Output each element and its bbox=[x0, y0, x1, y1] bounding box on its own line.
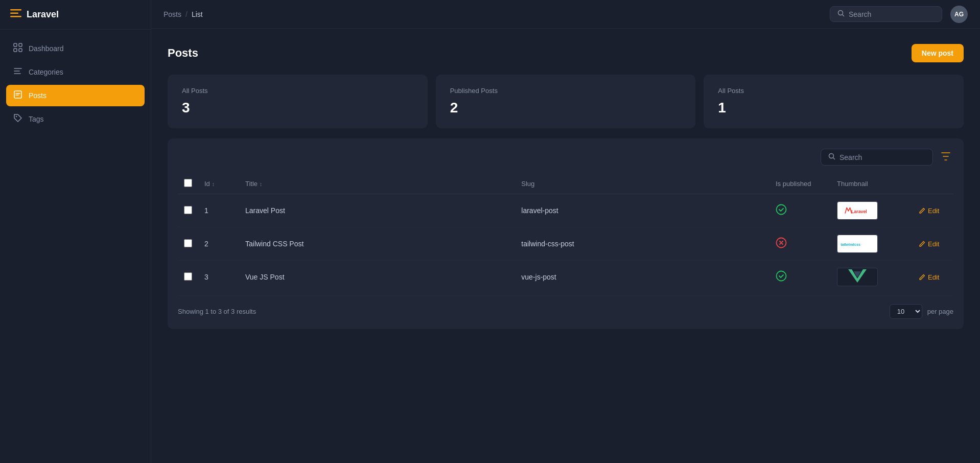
cell-title: Tailwind CSS Post bbox=[239, 227, 515, 261]
sidebar-item-categories[interactable]: Categories bbox=[6, 61, 145, 83]
row-checkbox[interactable] bbox=[184, 272, 192, 281]
stat-label-0: All Posts bbox=[182, 87, 413, 95]
stat-value-2: 1 bbox=[718, 100, 949, 116]
cell-title: Laravel Post bbox=[239, 194, 515, 227]
svg-text:tailwindcss: tailwindcss bbox=[841, 242, 860, 247]
svg-rect-6 bbox=[19, 49, 22, 52]
table-toolbar bbox=[178, 149, 953, 166]
published-no-icon bbox=[776, 240, 787, 250]
content-area: Posts New post All Posts 3 Published Pos… bbox=[151, 29, 980, 463]
svg-rect-3 bbox=[14, 43, 17, 47]
app-name: Laravel bbox=[27, 9, 59, 20]
header-search-box[interactable] bbox=[830, 6, 942, 22]
page-header: Posts New post bbox=[168, 44, 964, 62]
header: Posts / List AG bbox=[151, 0, 980, 29]
cell-thumbnail: Laravel bbox=[831, 194, 913, 227]
cell-slug: tailwind-css-post bbox=[515, 227, 769, 261]
thumbnail-laravel: Laravel bbox=[837, 201, 878, 220]
published-yes-icon bbox=[776, 273, 787, 284]
cell-actions: Edit bbox=[913, 261, 953, 294]
svg-point-8 bbox=[16, 116, 17, 117]
stat-card-all-posts: All Posts 3 bbox=[168, 75, 428, 128]
table-row: 1Laravel Postlaravel-post Laravel Edit bbox=[178, 194, 953, 227]
svg-rect-4 bbox=[14, 49, 17, 52]
col-header-id[interactable]: Id ↕ bbox=[198, 174, 239, 194]
edit-button[interactable]: Edit bbox=[919, 273, 939, 281]
table-row: 3Vue JS Postvue-js-post Edit bbox=[178, 261, 953, 294]
cell-id: 2 bbox=[198, 227, 239, 261]
stat-card-published-posts: Published Posts 2 bbox=[436, 75, 696, 128]
stat-card-all-posts-2: All Posts 1 bbox=[704, 75, 964, 128]
svg-rect-0 bbox=[10, 9, 21, 11]
svg-point-17 bbox=[777, 271, 786, 281]
edit-button[interactable]: Edit bbox=[919, 240, 939, 248]
sidebar-nav: Dashboard Categories Po bbox=[0, 30, 151, 138]
svg-rect-5 bbox=[19, 43, 22, 47]
cell-published bbox=[769, 227, 831, 261]
stat-value-0: 3 bbox=[182, 100, 413, 116]
cell-slug: laravel-post bbox=[515, 194, 769, 227]
cell-thumbnail: tailwindcss bbox=[831, 227, 913, 261]
svg-text:Laravel: Laravel bbox=[851, 209, 867, 214]
posts-icon bbox=[13, 90, 22, 101]
sidebar-item-posts[interactable]: Posts bbox=[6, 85, 145, 106]
tags-icon bbox=[13, 113, 22, 125]
filter-button[interactable] bbox=[938, 149, 953, 166]
table-search-box[interactable] bbox=[821, 149, 933, 166]
main-content: Posts / List AG bbox=[151, 0, 980, 463]
stat-label-2: All Posts bbox=[718, 87, 949, 95]
sidebar-item-dashboard-label: Dashboard bbox=[29, 44, 64, 53]
cell-actions: Edit bbox=[913, 227, 953, 261]
svg-rect-7 bbox=[14, 91, 21, 98]
per-page-dropdown[interactable]: 10 25 50 100 bbox=[890, 304, 922, 319]
new-post-button[interactable]: New post bbox=[912, 44, 964, 62]
table-search-input[interactable] bbox=[839, 153, 925, 161]
cell-title: Vue JS Post bbox=[239, 261, 515, 294]
col-header-thumbnail: Thumbnail bbox=[831, 174, 913, 194]
sidebar: Laravel Dashboard bbox=[0, 0, 151, 463]
stats-row: All Posts 3 Published Posts 2 All Posts … bbox=[168, 75, 964, 128]
table-search-icon bbox=[828, 153, 835, 161]
breadcrumb-current: List bbox=[192, 10, 203, 18]
results-count: Showing 1 to 3 of 3 results bbox=[178, 308, 256, 315]
avatar: AG bbox=[950, 6, 968, 23]
col-header-slug: Slug bbox=[515, 174, 769, 194]
sidebar-item-posts-label: Posts bbox=[29, 91, 46, 100]
posts-table: Id ↕ Title ↕ Slug Is publish bbox=[178, 174, 953, 293]
sidebar-item-tags[interactable]: Tags bbox=[6, 108, 145, 130]
svg-point-10 bbox=[829, 154, 834, 158]
header-right: AG bbox=[830, 6, 968, 23]
row-checkbox[interactable] bbox=[184, 206, 192, 214]
cell-slug: vue-js-post bbox=[515, 261, 769, 294]
sidebar-logo: Laravel bbox=[0, 0, 151, 30]
header-search-input[interactable] bbox=[849, 10, 935, 18]
id-sort-icon: ↕ bbox=[212, 181, 215, 187]
breadcrumb: Posts / List bbox=[164, 10, 203, 18]
row-checkbox[interactable] bbox=[184, 239, 192, 247]
edit-button[interactable]: Edit bbox=[919, 207, 939, 215]
sidebar-item-tags-label: Tags bbox=[29, 115, 44, 123]
per-page-select: 10 25 50 100 per page bbox=[890, 304, 953, 319]
cell-id: 1 bbox=[198, 194, 239, 227]
cell-published bbox=[769, 194, 831, 227]
select-all-checkbox[interactable] bbox=[184, 179, 192, 187]
header-search-icon bbox=[837, 10, 845, 18]
col-header-published: Is published bbox=[769, 174, 831, 194]
categories-icon bbox=[13, 66, 22, 78]
sidebar-item-dashboard[interactable]: Dashboard bbox=[6, 38, 145, 59]
table-panel: Id ↕ Title ↕ Slug Is publish bbox=[168, 138, 964, 329]
breadcrumb-root: Posts bbox=[164, 10, 181, 18]
table-row: 2Tailwind CSS Posttailwind-css-post tail… bbox=[178, 227, 953, 261]
dashboard-icon bbox=[13, 43, 22, 54]
cell-id: 3 bbox=[198, 261, 239, 294]
page-title: Posts bbox=[168, 47, 198, 60]
published-yes-icon bbox=[776, 207, 787, 217]
thumbnail-tailwind: tailwindcss bbox=[837, 235, 878, 253]
svg-point-11 bbox=[777, 204, 786, 214]
col-header-actions bbox=[913, 174, 953, 194]
cell-thumbnail bbox=[831, 261, 913, 294]
svg-rect-1 bbox=[10, 13, 18, 14]
sidebar-item-categories-label: Categories bbox=[29, 68, 63, 76]
col-header-title[interactable]: Title ↕ bbox=[239, 174, 515, 194]
title-sort-icon: ↕ bbox=[260, 181, 263, 187]
